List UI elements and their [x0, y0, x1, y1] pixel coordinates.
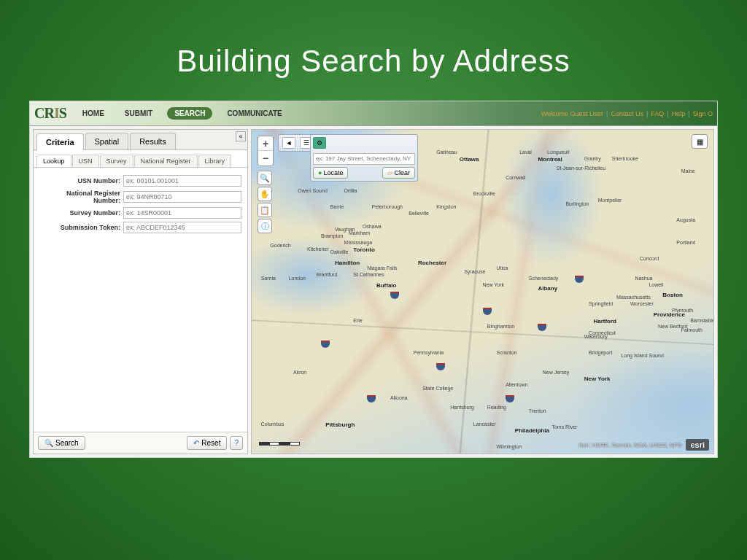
panel-footer: 🔍 Search ↶ Reset ? — [34, 432, 247, 454]
subtab-library[interactable]: Library — [198, 155, 232, 167]
tab-criteria[interactable]: Criteria — [36, 133, 84, 150]
locate-icon-button[interactable]: ⚙ — [313, 137, 326, 149]
highway-shield-icon — [321, 341, 330, 348]
nav-submit[interactable]: SUBMIT — [119, 107, 158, 120]
clear-button[interactable]: ▱ Clear — [382, 167, 415, 179]
main-tabs: Criteria Spatial Results — [34, 130, 247, 150]
map-panel[interactable]: OttawaMontrealLavalLongueuilGatineauGran… — [251, 129, 714, 454]
search-icon: 🔍 — [44, 439, 53, 447]
clear-button-label: Clear — [394, 169, 410, 176]
survey-label: Survey Number: — [39, 209, 123, 217]
undo-icon: ↶ — [193, 439, 199, 447]
search-form: USN Number: National Register Number: Su… — [34, 168, 247, 432]
search-button-label: Search — [55, 439, 79, 447]
nr-input[interactable] — [123, 191, 241, 203]
basemap-tool[interactable]: ⓘ — [258, 219, 272, 233]
pan-tool[interactable]: ✋ — [258, 187, 272, 201]
subtab-lookup[interactable]: Lookup — [36, 155, 71, 167]
eraser-icon: ▱ — [387, 169, 392, 176]
identify-tool[interactable]: 🔍 — [258, 171, 272, 185]
layer-list-button[interactable]: ▦ — [692, 134, 708, 149]
reset-button[interactable]: ↶ Reset — [187, 436, 227, 450]
nav-home[interactable]: HOME — [77, 107, 110, 120]
locate-button-label: Locate — [323, 169, 343, 176]
token-label: Submission Token: — [39, 224, 123, 231]
survey-input[interactable] — [123, 207, 241, 219]
reset-button-label: Reset — [201, 439, 220, 447]
app-body: « Criteria Spatial Results Lookup USN Su… — [30, 126, 717, 457]
subtab-usn[interactable]: USN — [72, 155, 99, 167]
usn-label: USN Number: — [39, 177, 123, 184]
help-icon: ? — [234, 439, 239, 447]
highway-shield-icon — [483, 308, 492, 315]
nav-search[interactable]: SEARCH — [167, 107, 212, 120]
link-help[interactable]: Help — [672, 110, 686, 117]
link-contact[interactable]: Contact Us — [611, 110, 643, 117]
header-right: Welcome Guest User | Contact Us | FAQ | … — [541, 110, 713, 117]
slide-title: Building Search by Address — [0, 0, 747, 101]
search-button[interactable]: 🔍 Search — [38, 436, 85, 450]
nr-label: National Register Number: — [39, 190, 123, 204]
search-panel: « Criteria Spatial Results Lookup USN Su… — [33, 129, 248, 454]
locate-button[interactable]: ● Locate — [313, 167, 348, 179]
locate-panel: ⚙ ● Locate ▱ Clear — [310, 134, 418, 182]
link-faq[interactable]: FAQ — [651, 110, 664, 117]
map-attribution: Esri, HERE, Garmin, NGA, USGS, NPS esri — [579, 439, 710, 451]
welcome-text: Welcome Guest User — [541, 110, 603, 117]
app-header: CRIS HOME SUBMIT SEARCH COMMUNICATE Welc… — [30, 101, 717, 126]
globe-icon: ● — [318, 169, 322, 176]
sub-tabs: Lookup USN Survey National Register Libr… — [34, 150, 247, 168]
panel-collapse-button[interactable]: « — [236, 131, 246, 141]
scale-bar — [259, 442, 300, 448]
app-window: CRIS HOME SUBMIT SEARCH COMMUNICATE Welc… — [29, 101, 718, 458]
subtab-national-register[interactable]: National Register — [134, 155, 198, 167]
tab-spatial[interactable]: Spatial — [85, 133, 129, 149]
measure-tool[interactable]: 📋 — [258, 203, 272, 217]
tab-results[interactable]: Results — [130, 133, 176, 149]
zoom-out-button[interactable]: − — [258, 151, 273, 166]
zoom-control: + − — [258, 136, 274, 166]
main-nav: HOME SUBMIT SEARCH COMMUNICATE — [77, 107, 288, 120]
esri-logo: esri — [686, 439, 709, 451]
map-tools: 🔍 ✋ 📋 ⓘ — [258, 171, 272, 233]
help-button[interactable]: ? — [230, 436, 243, 450]
address-input[interactable] — [313, 153, 415, 165]
nav-communicate[interactable]: COMMUNICATE — [221, 107, 287, 120]
usn-input[interactable] — [123, 175, 241, 187]
prev-extent-button[interactable]: ◄ — [282, 137, 295, 149]
zoom-in-button[interactable]: + — [258, 136, 273, 151]
token-input[interactable] — [123, 222, 241, 233]
link-signout[interactable]: Sign O — [692, 110, 713, 117]
attribution-text: Esri, HERE, Garmin, NGA, USGS, NPS — [579, 442, 682, 448]
subtab-survey[interactable]: Survey — [100, 155, 133, 167]
logo: CRIS — [34, 105, 66, 122]
